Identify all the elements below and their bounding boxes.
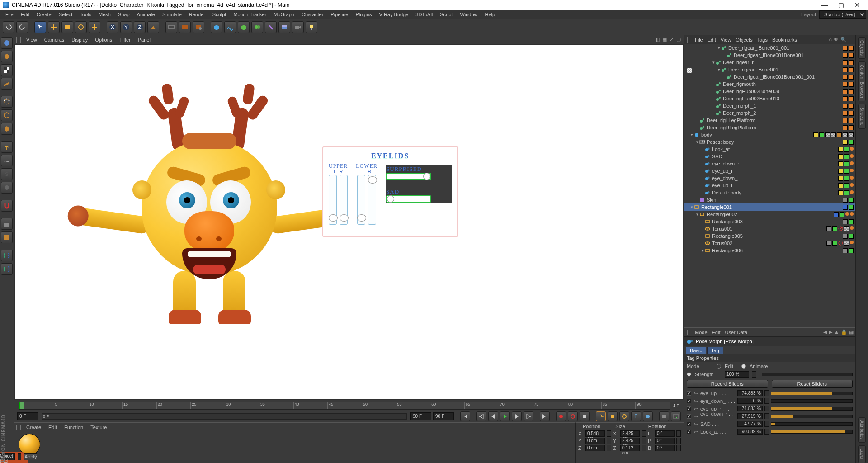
- layer-tag[interactable]: [843, 118, 848, 123]
- morph-value-input[interactable]: 74.883 %: [737, 390, 763, 396]
- layer-tag[interactable]: [843, 198, 848, 203]
- obj-tag[interactable]: [850, 226, 854, 232]
- key-scale-button[interactable]: [608, 411, 618, 421]
- obj-row-eye_down_r[interactable]: eye_down_r: [684, 160, 855, 167]
- render-view-button[interactable]: [165, 21, 177, 33]
- spinner[interactable]: [764, 429, 769, 435]
- coord-Y-pos[interactable]: 0 cm: [585, 438, 605, 444]
- menu-simulate[interactable]: Simulate: [159, 11, 185, 18]
- objmgr-icon-4[interactable]: ⋯: [849, 37, 854, 43]
- disclosure-icon[interactable]: ▾: [695, 212, 699, 217]
- attr-menu-user-data[interactable]: User Data: [725, 330, 748, 335]
- script2-button[interactable]: [1, 263, 13, 275]
- vp-icon-2[interactable]: ▦: [661, 37, 668, 43]
- coord-B-rot[interactable]: 0 °: [655, 445, 675, 451]
- obj-row-body[interactable]: ▾ body: [684, 131, 855, 138]
- vp-icon-4[interactable]: ▢: [675, 37, 682, 43]
- disclosure-icon[interactable]: ▾: [717, 67, 721, 72]
- key-rot-button[interactable]: [619, 411, 629, 421]
- layer-tag[interactable]: [849, 125, 854, 130]
- obj-row-eye_down_l[interactable]: eye_down_l: [684, 175, 855, 182]
- sidetab-content-browser[interactable]: Content Browser: [858, 61, 866, 101]
- menu-pipeline[interactable]: Pipeline: [327, 11, 352, 18]
- light-button[interactable]: [306, 21, 317, 33]
- layer-tag[interactable]: [838, 161, 843, 166]
- reset-sliders-button[interactable]: Reset Sliders: [772, 380, 853, 388]
- layer-tag[interactable]: [849, 60, 854, 65]
- coord-H-rot[interactable]: 0 °: [655, 430, 675, 437]
- layer-tag[interactable]: [849, 205, 854, 210]
- coord-system-button[interactable]: [147, 21, 159, 33]
- generator2-button[interactable]: [251, 21, 263, 33]
- obj-row-Torus002[interactable]: Torus002: [684, 240, 855, 247]
- objmgr-menu-file[interactable]: File: [695, 37, 703, 43]
- morph-slider-track[interactable]: [771, 422, 853, 426]
- layer-tag[interactable]: [844, 190, 849, 195]
- menu-v-ray-bridge[interactable]: V-Ray Bridge: [376, 11, 412, 18]
- layer-tag[interactable]: [844, 183, 849, 188]
- render-settings-button[interactable]: [193, 21, 204, 33]
- layer-tag[interactable]: [838, 183, 843, 188]
- morph-value-input[interactable]: 74.883 %: [737, 406, 763, 411]
- attr-nav-fwd[interactable]: ▶: [829, 329, 832, 335]
- range-start-input[interactable]: 0 F: [17, 412, 38, 420]
- viewmenu-options[interactable]: Options: [91, 36, 116, 43]
- render-pv-button[interactable]: [179, 21, 191, 33]
- layer-tag[interactable]: [843, 82, 848, 87]
- obj-row-Deer_morph_1[interactable]: Deer_morph_1: [684, 102, 855, 109]
- key-pos-button[interactable]: [596, 411, 606, 421]
- keysel-button[interactable]: [580, 411, 590, 421]
- maximize-button[interactable]: ▢: [833, 0, 849, 10]
- disclosure-icon[interactable]: ▸: [700, 248, 705, 253]
- attr-nav-up[interactable]: ▲: [834, 329, 839, 335]
- layer-tag[interactable]: [849, 75, 854, 80]
- layer-tag[interactable]: [844, 169, 849, 174]
- layer-tag[interactable]: [843, 104, 848, 109]
- layer-tag[interactable]: [849, 53, 854, 58]
- morph-slider-track[interactable]: [771, 399, 853, 403]
- prev-key-button[interactable]: [476, 411, 486, 421]
- menu-tools[interactable]: Tools: [76, 11, 95, 18]
- minimize-button[interactable]: ―: [816, 0, 833, 10]
- menu-mesh[interactable]: Mesh: [95, 11, 114, 18]
- camera-button[interactable]: [292, 21, 304, 33]
- obj-row-Default: body[interactable]: Default: body: [684, 189, 855, 196]
- morph-enable-check[interactable]: [687, 399, 691, 403]
- layer-tag[interactable]: [849, 82, 854, 87]
- planar-wp[interactable]: [1, 232, 13, 243]
- layer-tag[interactable]: [843, 46, 848, 51]
- obj-row-Rectangle002[interactable]: ▾ Rectangle002: [684, 211, 855, 218]
- obj-tag[interactable]: [837, 132, 842, 137]
- menu-motion-tracker[interactable]: Motion Tracker: [230, 11, 270, 18]
- menu-mograph[interactable]: MoGraph: [270, 11, 298, 18]
- matmenu-texture[interactable]: Texture: [87, 424, 110, 431]
- spinner[interactable]: [764, 421, 769, 427]
- menu-file[interactable]: File: [2, 11, 17, 18]
- key-param-button[interactable]: P: [631, 411, 641, 421]
- layer-tag[interactable]: [849, 89, 854, 94]
- range-end-input[interactable]: 90 F: [410, 412, 431, 420]
- obj-tag[interactable]: [849, 132, 854, 137]
- layer-tag[interactable]: [843, 96, 848, 101]
- layer-tag[interactable]: [849, 118, 854, 123]
- disclosure-icon[interactable]: ▾: [689, 205, 694, 209]
- attr-strength-keyable[interactable]: [687, 372, 691, 377]
- magnet-button[interactable]: [1, 200, 13, 212]
- link-icon[interactable]: [693, 421, 698, 427]
- obj-row-Deer_rigLLegPlatform[interactable]: Deer_rigLLegPlatform: [684, 117, 855, 124]
- fcurve-open-button[interactable]: [671, 411, 681, 421]
- layer-tag[interactable]: [838, 147, 843, 152]
- menu-script[interactable]: Script: [436, 11, 456, 18]
- viewmenu-cameras[interactable]: Cameras: [41, 36, 68, 43]
- layer-tag[interactable]: [819, 132, 824, 137]
- obj-tag[interactable]: [850, 183, 854, 188]
- attr-mode-edit-radio[interactable]: [717, 364, 721, 369]
- menu-sculpt[interactable]: Sculpt: [209, 11, 230, 18]
- obj-row-Deer_rigear_lBone001Bone001[interactable]: Deer_rigear_lBone001Bone001: [684, 52, 855, 59]
- sidetab-objects[interactable]: Objects: [858, 37, 866, 59]
- layer-tag[interactable]: [843, 205, 848, 210]
- menu-edit[interactable]: Edit: [17, 11, 33, 18]
- obj-row-Look_at[interactable]: Look_at: [684, 146, 855, 153]
- attr-mode-animate-radio[interactable]: [741, 364, 746, 369]
- obj-row-eye_up_l[interactable]: eye_up_l: [684, 182, 855, 189]
